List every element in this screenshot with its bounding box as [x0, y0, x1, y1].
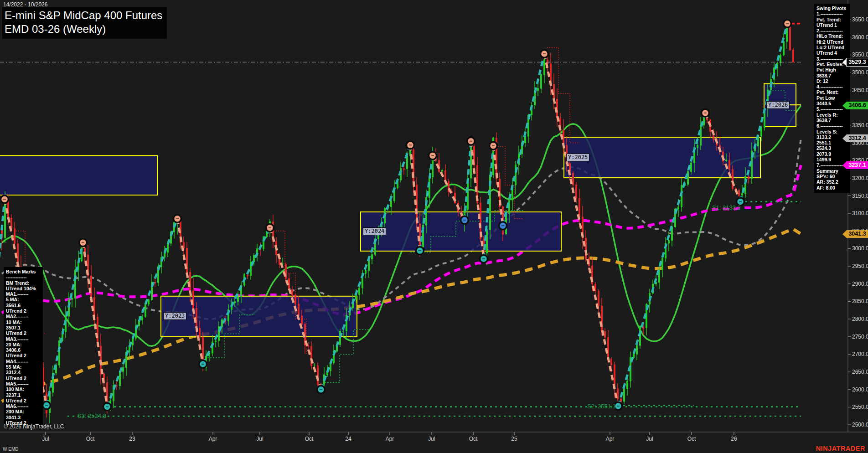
bench-marks-line: MA1.------- — [6, 291, 41, 297]
bench-marks-line: ------------- — [6, 274, 41, 280]
bench-marks-line: 5 MA: — [6, 297, 41, 302]
price-axis-label: 3500.0 — [852, 69, 868, 76]
swing-pivots-line: 6.-------------- — [816, 123, 848, 129]
time-axis-label: Apr — [386, 436, 394, 442]
bench-marks-line: BM Trend: — [6, 280, 41, 286]
time-axis-label: Oct — [86, 436, 95, 442]
swing-pivots-line: 3638.7 — [816, 73, 848, 78]
chart-title: E-mini S&P MidCap 400 Futures EMD 03-26 … — [2, 7, 167, 39]
chart-plot-area[interactable] — [0, 0, 868, 453]
swing-pivots-line: Pvt. Trend: — [816, 17, 848, 22]
ninjatrader-logo: NINJATRADER — [816, 445, 865, 452]
price-marker-arrow — [842, 230, 847, 238]
swing-pivots-line: UTrend 1 — [816, 22, 848, 28]
bench-marks-line: 20 MA: — [6, 342, 41, 347]
support-level-label: S3: 2524.3 — [78, 412, 106, 419]
bench-marks-line: 100 MA: — [6, 386, 41, 392]
swing-pivots-line: Pvt. Next: — [816, 89, 848, 95]
price-marker-arrow — [842, 102, 847, 109]
price-axis-label: 2700.0 — [852, 351, 868, 357]
copyright-label: © 2026 NinjaTrader, LLC — [4, 423, 64, 430]
bench-marks-title: Bench Marks — [6, 269, 41, 274]
price-marker-3529.3: 3529.3 — [847, 58, 868, 66]
bench-marks-line: MA3.------- — [6, 336, 41, 342]
price-axis-label: 3150.0 — [852, 193, 868, 199]
bench-marks-line: 200 MA: — [6, 409, 41, 414]
bench-marks-line: UTrend 2 — [6, 308, 41, 314]
swing-pivots-line: Levels R: — [816, 112, 848, 118]
chart-title-line2: EMD 03-26 (Weekly) — [5, 22, 162, 36]
swing-pivots-line: AF: 8.00 — [816, 185, 848, 190]
time-axis-label: Jul — [646, 436, 653, 442]
swing-pivots-line: HiLo Trend: — [816, 33, 848, 39]
price-marker-3312.4: 3312.4 — [847, 134, 868, 142]
swing-pivots-title: Swing Pivots — [816, 5, 848, 11]
bench-marks-line: MA4.------- — [6, 359, 41, 364]
swing-pivots-line: SP's: 60 — [816, 174, 848, 179]
year-box-2025 — [564, 137, 760, 178]
price-axis-label: 3450.0 — [852, 87, 868, 93]
ma-line-200 — [2, 229, 801, 402]
bench-marks-line: MA6.------- — [6, 403, 41, 409]
support-level-label: S2: 2551.1 — [587, 403, 616, 410]
time-axis-label: Jul — [428, 436, 435, 442]
time-axis-label: Oct — [687, 436, 696, 442]
swing-pivots-line: Lo:2 UTrend — [816, 45, 848, 50]
price-axis-label: 3550.0 — [852, 51, 868, 58]
bench-marks-line: UTrend 104% — [6, 286, 41, 291]
swing-pivots-line: 3638.7 — [816, 118, 848, 123]
swing-pivots-line: Pvt High — [816, 67, 848, 72]
bench-marks-line: UTrend 2 — [6, 353, 41, 358]
zigzag-segment — [83, 242, 107, 407]
time-axis-label: Jul — [256, 436, 263, 442]
bench-marks-line: 3312.4 — [6, 370, 41, 375]
bench-marks-line: MA2.------- — [6, 314, 41, 319]
price-axis-label: 2650.0 — [852, 369, 868, 375]
support-level-label: S1: 3133.2 — [712, 204, 741, 211]
swing-pivots-line: 2524.3 — [816, 145, 848, 151]
swing-pivots-line: D: 12 — [816, 78, 848, 84]
bench-marks-line: 10 MA: — [6, 319, 41, 325]
price-axis-label: 3350.0 — [852, 122, 868, 129]
time-axis-label: Apr — [606, 436, 615, 442]
time-axis-label: Oct — [305, 436, 314, 442]
bench-marks-line: UTrend 2 — [6, 398, 41, 403]
price-axis-label: 3100.0 — [852, 210, 868, 216]
time-axis-label: 26 — [731, 436, 737, 442]
price-axis-label: 2500.0 — [852, 422, 868, 428]
price-axis-label: 3000.0 — [852, 245, 868, 252]
price-axis-label: 2900.0 — [852, 281, 868, 287]
bench-marks-line: 3237.1 — [6, 392, 41, 398]
price-marker-arrow — [842, 161, 847, 169]
bench-marks-line: 3041.3 — [6, 415, 41, 420]
swing-pivots-line: UTrend 4 — [816, 50, 848, 56]
price-axis-label: 2800.0 — [852, 316, 868, 322]
year-box-2023 — [161, 296, 357, 337]
zigzag-segment — [321, 145, 410, 389]
price-axis-label: 3600.0 — [852, 34, 868, 41]
year-box-label: Y:2026 — [766, 101, 790, 109]
bench-marks-line: 3507.1 — [6, 325, 41, 330]
date-range-label: 14/2022 - 10/2026 — [3, 1, 47, 8]
price-marker-arrow — [842, 134, 847, 142]
year-box-label: Y:2025 — [566, 154, 589, 161]
year-box-label: Y:2024 — [363, 227, 386, 235]
swing-pivots-line: Levels S: — [816, 129, 848, 134]
price-axis-label: 2600.0 — [852, 386, 868, 393]
price-marker-3041.3: 3041.3 — [847, 230, 868, 238]
swing-pivots-line: 1.-------------- — [816, 11, 848, 16]
time-axis-label: 23 — [129, 436, 135, 442]
swing-pivots-line: Pvt Low — [816, 95, 848, 101]
instrument-label: W EMD — [3, 447, 18, 452]
time-axis-label: Jul — [42, 436, 49, 442]
bench-marks-line: MA5.------- — [6, 381, 41, 386]
bench-marks-line: 55 MA: — [6, 364, 41, 370]
time-axis-label: Apr — [209, 436, 217, 442]
price-axis-label: 3200.0 — [852, 175, 868, 181]
time-axis-label: 25 — [511, 436, 517, 442]
chart-title-line1: E-mini S&P MidCap 400 Futures — [5, 9, 162, 22]
bench-marks-line: UTrend 2 — [6, 376, 41, 381]
price-marker-3406.6: 3406.6 — [847, 102, 868, 109]
price-marker-3237.1: 3237.1 — [847, 161, 868, 169]
swing-pivots-line: 2073.9 — [816, 151, 848, 157]
